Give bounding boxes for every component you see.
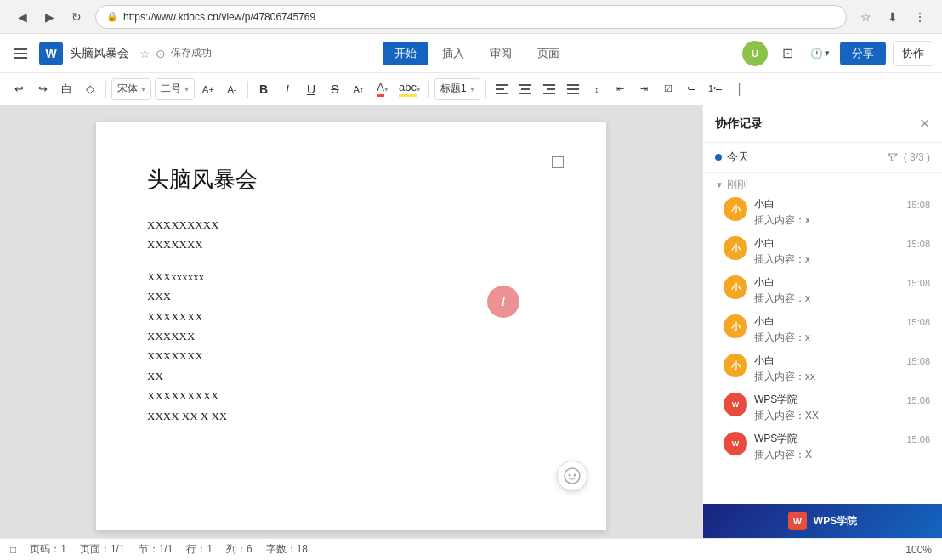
tab-page[interactable]: 页面 bbox=[525, 42, 571, 65]
entry-desc: 插入内容：x bbox=[754, 213, 930, 228]
doc-cursor-marker bbox=[552, 156, 564, 168]
nav-buttons: ◀ ▶ ↻ bbox=[10, 5, 88, 29]
divider-3 bbox=[428, 81, 429, 98]
collab-entry: 小 小白 15:08 插入内容：xx bbox=[715, 354, 930, 384]
tab-start[interactable]: 开始 bbox=[383, 42, 428, 65]
entry-username: 小白 bbox=[754, 314, 775, 329]
svg-point-17 bbox=[574, 474, 576, 477]
star-button[interactable]: ☆ bbox=[854, 5, 877, 29]
entry-time: 15:08 bbox=[906, 278, 930, 288]
strikethrough-button[interactable]: S bbox=[325, 77, 345, 101]
font-selector[interactable]: 宋体 ▾ bbox=[111, 78, 151, 100]
more-tools-button[interactable]: | bbox=[729, 77, 750, 101]
collab-entry-content: 小白 15:08 插入内容：x bbox=[754, 275, 930, 306]
line-spacing-button[interactable]: ↕ bbox=[587, 77, 607, 101]
align-right-button[interactable] bbox=[539, 77, 559, 101]
heading-dropdown-icon: ▾ bbox=[470, 84, 474, 93]
font-color-icon: A bbox=[377, 81, 384, 97]
document-body[interactable]: XXXXXXXXX XXXXXXX XXXxxxxxx XXX XXXXXXX … bbox=[147, 215, 555, 426]
highlight-dropdown[interactable]: ▾ bbox=[417, 85, 421, 93]
ai-assistant-button[interactable] bbox=[557, 461, 587, 491]
font-size-selector[interactable]: 二号 ▾ bbox=[155, 78, 195, 100]
collab-panel-title: 协作记录 bbox=[715, 116, 763, 132]
save-status: 保存成功 bbox=[171, 46, 212, 60]
entry-username: WPS学院 bbox=[754, 393, 797, 407]
collab-button[interactable]: 协作 bbox=[893, 41, 933, 66]
browser-actions: ☆ ⬇ ⋮ bbox=[854, 5, 932, 29]
svg-rect-13 bbox=[567, 88, 579, 90]
align-center-button[interactable] bbox=[515, 77, 536, 101]
browser-chrome: ◀ ▶ ↻ 🔒 https://www.kdocs.cn/view/p/4780… bbox=[0, 0, 942, 34]
collapse-icon[interactable]: ▼ bbox=[715, 180, 724, 189]
shield-icon: ⊙ bbox=[156, 47, 166, 60]
forward-button[interactable]: ▶ bbox=[37, 5, 61, 29]
font-size-increase-button[interactable]: A+ bbox=[198, 77, 218, 101]
tab-review[interactable]: 审阅 bbox=[478, 42, 524, 65]
bold-button[interactable]: B bbox=[253, 77, 274, 101]
history-icon[interactable]: 🕐▾ bbox=[807, 41, 833, 66]
doc-para: XXXXXXXXX bbox=[147, 386, 555, 405]
reload-button[interactable]: ↻ bbox=[65, 5, 88, 29]
heading-selector[interactable]: 标题1 ▾ bbox=[434, 78, 480, 100]
justify-button[interactable] bbox=[563, 77, 583, 101]
redo-button[interactable]: ↪ bbox=[32, 77, 53, 101]
user-avatar-xiaobai: 小 bbox=[724, 197, 747, 221]
clear-button[interactable]: 白 bbox=[56, 77, 77, 101]
indent-increase-button[interactable]: ⇥ bbox=[634, 77, 655, 101]
svg-point-15 bbox=[565, 468, 580, 484]
svg-rect-6 bbox=[519, 84, 531, 86]
underline-button[interactable]: U bbox=[301, 77, 321, 101]
menu-button[interactable]: ⋮ bbox=[908, 5, 932, 29]
back-button[interactable]: ◀ bbox=[10, 5, 34, 29]
document-area[interactable]: I 头脑风暴会 XXXXXXXXX XXXXXXX XXXxxxxxx XXX … bbox=[0, 105, 702, 538]
download-button[interactable]: ⬇ bbox=[881, 5, 905, 29]
checklist-button[interactable]: ☑ bbox=[658, 77, 678, 101]
collab-close-button[interactable]: ✕ bbox=[919, 116, 930, 132]
screen-icon[interactable]: ⊡ bbox=[775, 41, 800, 66]
svg-rect-7 bbox=[521, 88, 530, 90]
undo-button[interactable]: ↩ bbox=[9, 77, 29, 101]
font-size-decrease-button[interactable]: A- bbox=[222, 77, 242, 101]
divider-4 bbox=[485, 81, 486, 98]
indent-decrease-button[interactable]: ⇤ bbox=[610, 77, 631, 101]
entry-username: 小白 bbox=[754, 275, 775, 290]
document-page[interactable]: I 头脑风暴会 XXXXXXXXX XXXXXXX XXXxxxxxx XXX … bbox=[96, 122, 606, 530]
wps-promo-banner[interactable]: W WPS学院 bbox=[703, 504, 942, 538]
font-color-dropdown[interactable]: ▾ bbox=[384, 85, 389, 93]
subscript-button[interactable]: A↑ bbox=[349, 77, 369, 101]
address-bar[interactable]: 🔒 https://www.kdocs.cn/view/p/4780674576… bbox=[95, 5, 847, 29]
entry-desc: 插入内容：x bbox=[754, 291, 930, 306]
filter-icon[interactable] bbox=[887, 151, 899, 163]
bullet-list-button[interactable]: ≔ bbox=[682, 77, 702, 101]
status-section: 节：1/1 bbox=[139, 542, 173, 557]
entry-time: 15:08 bbox=[906, 239, 930, 249]
entry-time: 15:06 bbox=[906, 434, 930, 444]
svg-rect-1 bbox=[14, 53, 27, 54]
url-text: https://www.kdocs.cn/view/p/47806745769 bbox=[123, 11, 315, 23]
numbered-list-button[interactable]: 1≔ bbox=[706, 77, 726, 101]
collab-entries-section: ▼ 刚刚 小 小白 15:08 插入内容：x 小 bbox=[703, 173, 942, 504]
filter-count: ( 3/3 ) bbox=[904, 151, 930, 163]
eraser-button[interactable]: ◇ bbox=[80, 77, 100, 101]
main-area: I 头脑风暴会 XXXXXXXXX XXXXXXX XXXxxxxxx XXX … bbox=[0, 105, 942, 538]
hamburger-button[interactable] bbox=[9, 42, 32, 65]
align-left-button[interactable] bbox=[491, 77, 512, 101]
entry-username: 小白 bbox=[754, 236, 775, 251]
highlight-icon: abc bbox=[399, 81, 417, 97]
entry-desc: 插入内容：XX bbox=[754, 409, 930, 423]
wps-logo: W bbox=[39, 42, 63, 65]
highlight-button[interactable]: abc ▾ bbox=[396, 77, 423, 101]
star-doc-icon[interactable]: ☆ bbox=[139, 47, 150, 60]
collab-entry: 小 小白 15:08 插入内容：x bbox=[715, 197, 930, 228]
font-name: 宋体 bbox=[117, 82, 138, 96]
share-button[interactable]: 分享 bbox=[840, 42, 886, 65]
svg-rect-12 bbox=[567, 84, 579, 86]
italic-button[interactable]: I bbox=[277, 77, 298, 101]
lock-icon: 🔒 bbox=[106, 11, 118, 22]
user-avatar[interactable]: U bbox=[742, 41, 768, 66]
font-size-dropdown-icon: ▾ bbox=[184, 84, 189, 93]
svg-rect-14 bbox=[567, 93, 579, 94]
svg-rect-5 bbox=[496, 93, 508, 94]
tab-insert[interactable]: 插入 bbox=[430, 42, 476, 65]
font-color-button[interactable]: A ▾ bbox=[372, 77, 393, 101]
